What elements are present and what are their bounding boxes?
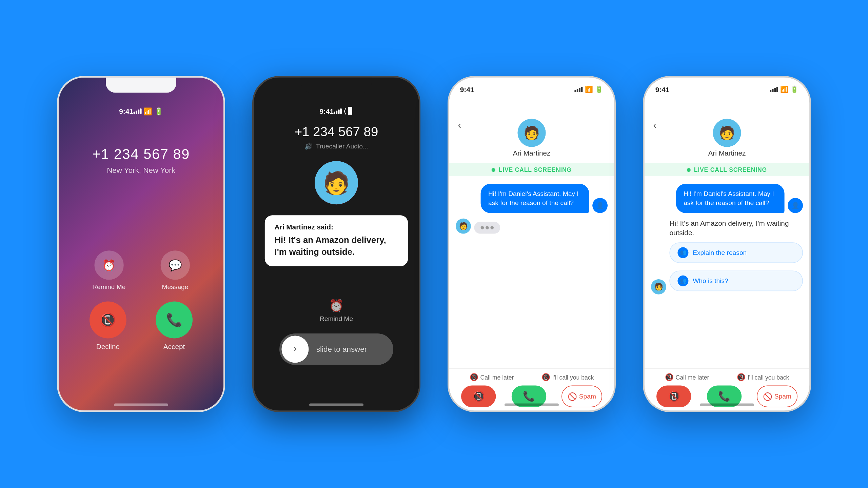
phone4-ill-call-you-back-label: I'll call you back <box>748 374 789 380</box>
phone3-ill-call-you-back-label: I'll call you back <box>552 374 594 380</box>
phone3-back-arrow[interactable]: ‹ <box>458 120 461 131</box>
option1-icon: 👥 <box>677 247 688 258</box>
phone4-decline-call-button[interactable]: 📵 <box>656 386 691 407</box>
phone2-slide-button[interactable]: › slide to answer <box>279 333 393 365</box>
accept-call-icon: 📞 <box>523 390 535 402</box>
phone2-speech-bubble: Ari Martinez said: Hi! It's an Amazon de… <box>265 215 408 266</box>
phone1-number: +1 234 567 89 <box>92 146 190 163</box>
phone4-back-arrow[interactable]: ‹ <box>653 120 656 131</box>
phone4-assistant-avatar: 👤 <box>788 198 803 213</box>
phone4-call-me-later[interactable]: 📵 Call me later <box>665 373 709 381</box>
accept-label: Accept <box>163 343 185 351</box>
phone2-slide-text: slide to answer <box>316 345 367 353</box>
wifi-icon: 📶 <box>585 86 593 93</box>
assistant-icon: 👤 <box>791 202 800 209</box>
signal-icon <box>133 108 141 114</box>
caller-icon: 🧑 <box>654 283 663 291</box>
phone3-notch <box>496 78 567 93</box>
phone2-number: +1 234 567 89 <box>295 124 378 139</box>
decline-button-group[interactable]: 📵 Decline <box>90 302 126 351</box>
phone3-contact-avatar: 🧑 <box>517 119 546 147</box>
phone-icon-2: 📵 <box>541 373 550 381</box>
option2-icon: 👥 <box>677 276 688 286</box>
accept-button-group[interactable]: 📞 Accept <box>156 302 193 351</box>
phone3-spam-button[interactable]: 🚫 Spam <box>562 386 602 407</box>
battery-icon: ▊ <box>348 107 353 115</box>
signal-icon <box>334 108 342 114</box>
phone-1: 9:41 📶 🔋 +1 234 567 89 New York, New Yor… <box>57 76 225 412</box>
battery-icon: 🔋 <box>154 107 163 115</box>
phone4-option2[interactable]: 👥 Who is this? <box>669 270 803 291</box>
phone4-header: ‹ 🧑 Ari Martinez <box>645 97 809 163</box>
phone4-call-me-later-label: Call me later <box>676 374 709 380</box>
audio-icon: 🔊 <box>304 143 313 150</box>
phone4-ill-call-you-back[interactable]: 📵 I'll call you back <box>737 373 789 381</box>
phone1-notch <box>106 78 176 93</box>
phone4-screen: 9:41 📶 🔋 ‹ 🧑 Ari Ma <box>645 78 809 410</box>
phone3-caller-typing: 🧑 <box>456 218 608 233</box>
remind-me-label: Remind Me <box>92 283 125 290</box>
phone4-notch <box>692 78 762 93</box>
phone3-call-me-later[interactable]: 📵 Call me later <box>470 373 514 381</box>
typing-dot-3 <box>490 226 494 229</box>
live-dot <box>492 168 495 171</box>
battery-icon: 🔋 <box>790 86 798 93</box>
phone3-typing-indicator <box>474 222 500 233</box>
phone3-ill-call-you-back[interactable]: 📵 I'll call you back <box>541 373 594 381</box>
phone3-spam-label: Spam <box>579 392 596 400</box>
phone3-live-label: LIVE CALL SCREENING <box>499 166 572 173</box>
phone4-live-label: LIVE CALL SCREENING <box>694 166 767 173</box>
avatar-emoji: 🧑 <box>719 125 735 141</box>
phone1-top-actions: ⏰ Remind Me 💬 Message <box>59 250 223 290</box>
phone4-option1[interactable]: 👥 Explain the reason <box>669 242 803 263</box>
phone1-home-indicator <box>114 403 168 406</box>
phone3-assistant-msg: Hi! I'm Daniel's Assistant. May I ask fo… <box>456 184 608 213</box>
phone2-remind-icon: ⏰ <box>329 299 343 313</box>
message-label: Message <box>162 283 189 290</box>
caller-icon: 🧑 <box>459 222 468 230</box>
phone2-time: 9:41 <box>319 107 334 115</box>
phone-icon-4: 📵 <box>737 373 746 381</box>
phone3-status-icons: 📶 🔋 <box>574 86 603 93</box>
phone3-home-indicator <box>505 403 559 406</box>
avatar-emoji: 🧑 <box>323 170 350 196</box>
phone4-caller-avatar: 🧑 <box>651 279 666 294</box>
decline-call-icon: 📵 <box>668 390 680 402</box>
phone4-spam-label: Spam <box>774 392 791 400</box>
phone2-avatar: 🧑 <box>315 161 358 204</box>
spam-icon-4: 🚫 <box>763 392 772 401</box>
phone3-contact-name: Ari Martinez <box>513 149 551 157</box>
avatar-emoji: 🧑 <box>524 125 540 141</box>
remind-me-action[interactable]: ⏰ Remind Me <box>92 250 125 290</box>
accept-icon: 📞 <box>166 312 182 328</box>
phone1-time: 9:41 <box>119 107 133 115</box>
phone4-option1-label: Explain the reason <box>693 249 747 256</box>
phone4-contact-avatar: 🧑 <box>713 119 741 147</box>
decline-call-icon: 📵 <box>473 390 485 402</box>
phone2-screen: 9:41 〈 ▊ +1 234 567 89 🔊 Truecaller Audi… <box>254 78 419 410</box>
phone1-status-icons: 📶 🔋 <box>133 107 163 115</box>
typing-dot-2 <box>486 226 489 229</box>
decline-button[interactable]: 📵 <box>90 302 126 339</box>
phone1-call-buttons: 📵 Decline 📞 Accept <box>59 302 223 351</box>
wifi-icon: 〈 <box>344 107 346 115</box>
message-action[interactable]: 💬 Message <box>160 250 190 290</box>
phone3-decline-call-button[interactable]: 📵 <box>461 386 496 407</box>
phone-4: 9:41 📶 🔋 ‹ 🧑 Ari Ma <box>643 76 811 412</box>
phone3-screen: 9:41 📶 🔋 ‹ 🧑 Ari Ma <box>449 78 614 410</box>
phone1-location: New York, New York <box>107 166 175 175</box>
message-icon: 💬 <box>160 250 190 280</box>
wifi-icon: 📶 <box>780 86 788 93</box>
phone4-quick-actions: 📵 Call me later 📵 I'll call you back <box>651 373 803 381</box>
accept-button[interactable]: 📞 <box>156 302 193 339</box>
phone3-header: ‹ 🧑 Ari Martinez <box>449 97 614 163</box>
phone-icon-3: 📵 <box>665 373 674 381</box>
phone4-spam-button[interactable]: 🚫 Spam <box>757 386 797 407</box>
phone3-quick-actions: 📵 Call me later 📵 I'll call you back <box>456 373 608 381</box>
phone4-caller-reply: 🧑 Hi! It's an Amazon delivery, I'm waiti… <box>651 218 803 294</box>
phone-3: 9:41 📶 🔋 ‹ 🧑 Ari Ma <box>448 76 616 412</box>
phone2-home-indicator <box>309 403 363 406</box>
signal-icon <box>770 87 778 92</box>
phone2-remind-me[interactable]: ⏰ Remind Me <box>320 299 353 322</box>
phone3-live-screening-banner: LIVE CALL SCREENING <box>449 163 614 176</box>
